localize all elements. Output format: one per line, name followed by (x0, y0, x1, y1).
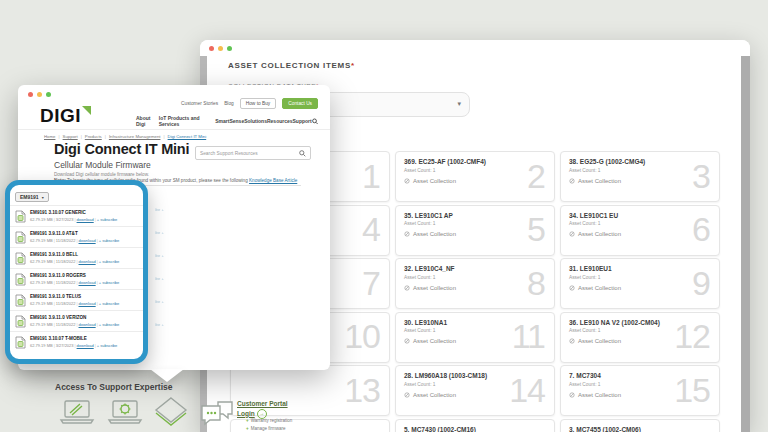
close-window-icon[interactable] (28, 92, 33, 97)
subscribe-link[interactable]: + subscribe (97, 217, 118, 222)
link-icon (404, 231, 410, 237)
minimize-window-icon[interactable] (37, 92, 42, 97)
asset-card[interactable]: 38. EG25-G (1002-CMG4)Asset Count: 1Asse… (560, 151, 720, 202)
maximize-window-icon[interactable] (46, 92, 51, 97)
firmware-row-text: EM9191 3.9.11.0 AT&T62.79.19 MB|11/18/20… (30, 231, 119, 243)
breadcrumb-item[interactable]: Infrastructure Management (109, 134, 161, 139)
asset-card[interactable]: 32. LE910C4_NFAsset Count: 1Asset Collec… (395, 258, 555, 309)
utility-link[interactable]: Blog (224, 101, 234, 106)
download-link[interactable]: download (79, 259, 96, 264)
asset-collection-chip[interactable]: Asset Collection (569, 231, 711, 237)
scrollbar[interactable] (741, 56, 750, 432)
link-icon (569, 338, 575, 344)
search-icon (299, 150, 306, 157)
subscribe-link[interactable]: + subscribe (99, 322, 120, 327)
download-link[interactable]: download (79, 238, 96, 243)
firmware-file-icon (15, 231, 26, 244)
link-icon (569, 231, 575, 237)
asset-count-label: Asset Count: 1 (404, 168, 546, 173)
firmware-meta: 62.79.19 MB|11/18/2022|download|+ subscr… (30, 280, 119, 285)
breadcrumb-item[interactable]: Home (44, 134, 55, 139)
asset-card[interactable]: 28. LM960A18 (1003-CM18)Asset Count: 1As… (395, 365, 555, 416)
subscribe-link[interactable]: + subscribe (99, 301, 120, 306)
minimize-window-icon[interactable] (218, 46, 223, 51)
knowledge-base-link[interactable]: Knowledge Base Article (249, 178, 297, 183)
portal-feature-item[interactable]: +Warranty registration (246, 417, 292, 425)
maximize-window-icon[interactable] (227, 46, 232, 51)
asset-collection-chip[interactable]: Asset Collection (569, 178, 711, 184)
subscribe-link[interactable]: + subscribe (99, 280, 120, 285)
how-to-buy-button[interactable]: How to Buy (240, 98, 277, 109)
asset-card-title: 5. MC7430 (1002-CM16) (404, 426, 546, 432)
support-search-input[interactable]: Search Support Resources (195, 146, 311, 160)
clipped-subscribe-link: + subscribe (155, 322, 164, 327)
nav-item[interactable]: Resources (267, 118, 293, 124)
asset-card[interactable]: 30. LE910NA1Asset Count: 1Asset Collecti… (395, 312, 555, 363)
nav-item[interactable]: SmartSense (215, 118, 244, 124)
firmware-download-list: EM9191 3.10.07 GENERIC62.79.19 MB|3/27/2… (10, 205, 143, 352)
firmware-file-icon (15, 294, 26, 307)
download-link[interactable]: download (79, 322, 96, 327)
logo-flag-icon (82, 106, 91, 115)
breadcrumb-item[interactable]: Products (85, 134, 102, 139)
contact-us-button[interactable]: Contact Us (282, 98, 318, 109)
close-window-icon[interactable] (209, 46, 214, 51)
asset-collection-label: Asset Collection (578, 392, 621, 398)
asset-card[interactable]: 5. MC7430 (1002-CM16)Asset Count: 1Asset… (395, 419, 555, 432)
asset-card-number: 13 (344, 370, 380, 409)
asset-card[interactable]: 31. LE910EU1Asset Count: 1Asset Collecti… (560, 258, 720, 309)
firmware-meta: 62.79.19 MB|11/18/2022|download|+ subscr… (30, 238, 119, 243)
asset-collection-label: Asset Collection (578, 231, 621, 237)
release-date: 11/18/2022 (56, 301, 76, 306)
plus-bullet-icon: + (246, 426, 249, 431)
subscribe-link[interactable]: + subscribe (99, 238, 120, 243)
breadcrumb-separator: | (163, 134, 164, 139)
asset-collection-chip[interactable]: Asset Collection (404, 285, 546, 291)
utility-link[interactable]: Customer Stories (181, 101, 218, 106)
asset-card[interactable]: 35. LE910C1 APAsset Count: 1Asset Collec… (395, 205, 555, 256)
link-icon (404, 338, 410, 344)
asset-collection-chip[interactable]: Asset Collection (404, 178, 546, 184)
firmware-meta: 62.79.19 MB|11/18/2022|download|+ subscr… (30, 322, 119, 327)
asset-collection-chip[interactable]: Asset Collection (569, 285, 711, 291)
asset-card[interactable]: 369. EC25-AF (1002-CMF4)Asset Count: 1As… (395, 151, 555, 202)
asset-card[interactable]: 34. LE910C1 EUAsset Count: 1Asset Collec… (560, 205, 720, 256)
portal-feature-item[interactable]: +Manage firmware (246, 425, 292, 432)
digi-logo[interactable]: DIGI (40, 105, 91, 127)
nav-item[interactable]: Support (293, 118, 312, 124)
file-size: 62.79.19 MB (30, 238, 53, 243)
firmware-meta: 62.79.19 MB|3/27/2023|download|+ subscri… (30, 217, 117, 222)
asset-card[interactable]: 36. LE910 NA V2 (1002-CM04)Asset Count: … (560, 312, 720, 363)
subscribe-link[interactable]: + subscribe (97, 343, 118, 348)
asset-card-title: 38. EG25-G (1002-CMG4) (569, 158, 711, 165)
subscribe-link[interactable]: + subscribe (99, 259, 120, 264)
asset-collection-chip[interactable]: Asset Collection (404, 231, 546, 237)
module-filter-select[interactable]: EM9191▾ (15, 192, 49, 202)
asset-collection-label: Asset Collection (413, 392, 456, 398)
asset-card-number: 3 (692, 156, 710, 195)
download-link[interactable]: download (79, 280, 96, 285)
traffic-lights (28, 92, 51, 97)
breadcrumb: Home|Support|Products|Infrastructure Man… (44, 134, 206, 139)
asset-collection-label: Asset Collection (578, 338, 621, 344)
nav-item[interactable]: Solutions (244, 118, 267, 124)
asset-card[interactable]: 7. MC7304Asset Count: 1Asset Collection1… (560, 365, 720, 416)
download-link[interactable]: download (77, 217, 94, 222)
asset-card-number: 15 (674, 370, 710, 409)
portal-feature-list: +Warranty registration+Manage firmware (246, 417, 292, 432)
breadcrumb-item[interactable]: Support (63, 134, 78, 139)
download-link[interactable]: download (77, 343, 94, 348)
nav-item[interactable]: About Digi (136, 115, 159, 127)
firmware-row-text: EM9191 3.10.07 T-MOBILE62.79.19 MB|3/27/… (30, 336, 117, 348)
release-date: 11/18/2022 (56, 322, 76, 327)
file-size: 62.79.19 MB (30, 301, 53, 306)
search-icon[interactable] (312, 118, 318, 125)
breadcrumb-item[interactable]: Digi Connect IT Mini (168, 134, 207, 139)
firmware-row: EM9191 3.9.11.0 BELL62.79.19 MB|11/18/20… (10, 247, 143, 268)
asset-card-title: 32. LE910C4_NF (404, 265, 546, 272)
firmware-row-text: EM9191 3.9.11.0 VERIZON62.79.19 MB|11/18… (30, 315, 119, 327)
nav-item[interactable]: IoT Products and Services (159, 115, 216, 127)
asset-card-number: 11 (512, 317, 545, 356)
download-link[interactable]: download (79, 301, 96, 306)
asset-card[interactable]: 3. MC7455 (1002-CM06)Asset Count: 1Asset… (560, 419, 720, 432)
